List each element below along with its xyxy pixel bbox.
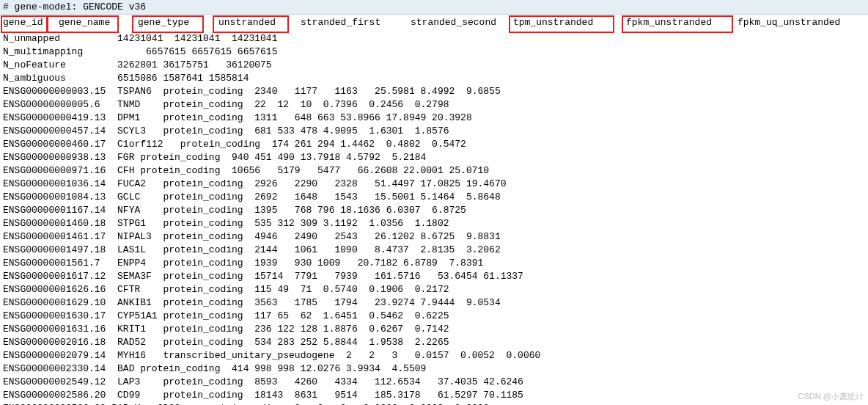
highlight-box-gene-type: [132, 15, 204, 33]
highlight-box-unstranded: [213, 15, 289, 33]
data-rows: N_unmapped 14231041 14231041 14231041 N_…: [0, 32, 868, 405]
model-header: # gene-model: GENCODE v36: [0, 0, 868, 15]
column-header-row: gene_id gene_name gene_type unstranded s…: [0, 15, 868, 32]
highlight-box-tpm: [509, 15, 614, 33]
highlight-box-gene-id: [1, 15, 48, 33]
col-stranded-second: stranded_second: [411, 17, 496, 28]
highlight-box-gene-name: [47, 15, 119, 33]
watermark: CSDN @小庞统计: [798, 391, 864, 402]
col-fpkm-uq-unstranded: fpkm_uq_unstranded: [738, 17, 840, 28]
highlight-box-fpkm: [622, 15, 733, 33]
col-stranded-first: stranded_first: [301, 17, 380, 28]
